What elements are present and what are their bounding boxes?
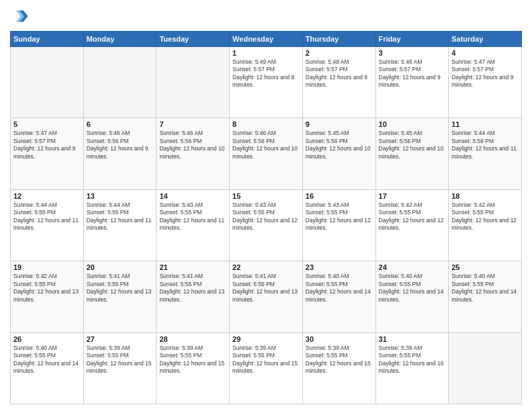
header	[10, 7, 522, 26]
calendar-cell: 24Sunrise: 5:40 AMSunset: 5:55 PMDayligh…	[375, 261, 449, 332]
day-info: Sunrise: 5:44 AMSunset: 5:55 PMDaylight:…	[87, 201, 154, 232]
day-info: Sunrise: 5:43 AMSunset: 5:55 PMDaylight:…	[159, 201, 226, 232]
day-info: Sunrise: 5:45 AMSunset: 5:56 PMDaylight:…	[379, 130, 446, 161]
calendar-cell: 20Sunrise: 5:41 AMSunset: 5:55 PMDayligh…	[83, 261, 157, 332]
calendar-cell: 8Sunrise: 5:46 AMSunset: 5:56 PMDaylight…	[230, 118, 303, 189]
calendar-cell: 9Sunrise: 5:45 AMSunset: 5:56 PMDaylight…	[302, 118, 375, 189]
weekday-header: Monday	[83, 32, 157, 47]
calendar-cell: 25Sunrise: 5:40 AMSunset: 5:55 PMDayligh…	[449, 261, 522, 332]
calendar-cell	[11, 47, 84, 118]
calendar-cell: 4Sunrise: 5:47 AMSunset: 5:57 PMDaylight…	[449, 47, 522, 118]
day-number: 3	[379, 49, 446, 57]
calendar-cell: 26Sunrise: 5:40 AMSunset: 5:55 PMDayligh…	[11, 332, 84, 404]
weekday-header: Saturday	[449, 32, 522, 47]
day-number: 2	[306, 49, 373, 57]
calendar-cell: 13Sunrise: 5:44 AMSunset: 5:55 PMDayligh…	[83, 189, 157, 261]
calendar-cell: 21Sunrise: 5:41 AMSunset: 5:55 PMDayligh…	[157, 261, 230, 332]
day-info: Sunrise: 5:43 AMSunset: 5:55 PMDaylight:…	[306, 201, 373, 232]
day-info: Sunrise: 5:41 AMSunset: 5:55 PMDaylight:…	[159, 273, 226, 304]
calendar-cell	[157, 47, 230, 118]
day-info: Sunrise: 5:43 AMSunset: 5:55 PMDaylight:…	[232, 201, 300, 232]
calendar-cell: 6Sunrise: 5:46 AMSunset: 5:56 PMDaylight…	[83, 118, 157, 189]
day-number: 30	[306, 335, 373, 343]
day-number: 5	[13, 120, 81, 128]
day-info: Sunrise: 5:42 AMSunset: 5:55 PMDaylight:…	[13, 273, 81, 304]
day-number: 29	[232, 335, 300, 343]
page: SundayMondayTuesdayWednesdayThursdayFrid…	[0, 0, 532, 411]
calendar-cell: 18Sunrise: 5:42 AMSunset: 5:55 PMDayligh…	[449, 189, 522, 261]
calendar-cell: 30Sunrise: 5:39 AMSunset: 5:55 PMDayligh…	[302, 332, 375, 404]
day-info: Sunrise: 5:44 AMSunset: 5:55 PMDaylight:…	[13, 201, 81, 232]
day-info: Sunrise: 5:44 AMSunset: 5:56 PMDaylight:…	[451, 130, 519, 161]
calendar-cell: 7Sunrise: 5:46 AMSunset: 5:56 PMDaylight…	[157, 118, 230, 189]
day-info: Sunrise: 5:40 AMSunset: 5:55 PMDaylight:…	[379, 273, 446, 304]
day-number: 17	[379, 192, 446, 200]
calendar-cell: 11Sunrise: 5:44 AMSunset: 5:56 PMDayligh…	[449, 118, 522, 189]
calendar-cell	[449, 332, 522, 404]
day-info: Sunrise: 5:47 AMSunset: 5:57 PMDaylight:…	[451, 58, 519, 89]
day-number: 23	[306, 263, 373, 271]
day-info: Sunrise: 5:39 AMSunset: 5:55 PMDaylight:…	[232, 345, 300, 375]
day-info: Sunrise: 5:46 AMSunset: 5:56 PMDaylight:…	[232, 130, 300, 161]
calendar-cell: 16Sunrise: 5:43 AMSunset: 5:55 PMDayligh…	[302, 189, 375, 261]
day-number: 18	[451, 192, 519, 200]
day-number: 31	[379, 335, 446, 343]
day-info: Sunrise: 5:42 AMSunset: 5:55 PMDaylight:…	[451, 201, 519, 232]
day-number: 12	[13, 192, 81, 200]
calendar-cell: 1Sunrise: 5:49 AMSunset: 5:57 PMDaylight…	[230, 47, 303, 118]
day-info: Sunrise: 5:46 AMSunset: 5:56 PMDaylight:…	[159, 130, 226, 161]
day-number: 8	[232, 120, 300, 128]
calendar-cell: 14Sunrise: 5:43 AMSunset: 5:55 PMDayligh…	[157, 189, 230, 261]
day-number: 11	[451, 120, 519, 128]
weekday-header: Sunday	[11, 32, 84, 47]
day-info: Sunrise: 5:49 AMSunset: 5:57 PMDaylight:…	[232, 58, 300, 89]
day-info: Sunrise: 5:46 AMSunset: 5:56 PMDaylight:…	[87, 130, 154, 161]
day-number: 16	[306, 192, 373, 200]
day-number: 4	[451, 49, 519, 57]
day-info: Sunrise: 5:40 AMSunset: 5:55 PMDaylight:…	[451, 273, 519, 304]
calendar-cell: 31Sunrise: 5:39 AMSunset: 5:55 PMDayligh…	[375, 332, 449, 404]
calendar-cell: 27Sunrise: 5:39 AMSunset: 5:55 PMDayligh…	[83, 332, 157, 404]
day-info: Sunrise: 5:39 AMSunset: 5:55 PMDaylight:…	[159, 345, 226, 375]
day-number: 21	[159, 263, 226, 271]
day-info: Sunrise: 5:45 AMSunset: 5:56 PMDaylight:…	[306, 130, 373, 161]
calendar-cell: 2Sunrise: 5:48 AMSunset: 5:57 PMDaylight…	[302, 47, 375, 118]
day-number: 15	[232, 192, 300, 200]
calendar-cell: 19Sunrise: 5:42 AMSunset: 5:55 PMDayligh…	[11, 261, 84, 332]
weekday-header: Tuesday	[157, 32, 230, 47]
day-info: Sunrise: 5:41 AMSunset: 5:55 PMDaylight:…	[87, 273, 154, 304]
day-number: 20	[87, 263, 154, 271]
day-info: Sunrise: 5:47 AMSunset: 5:57 PMDaylight:…	[13, 130, 81, 161]
day-number: 14	[159, 192, 226, 200]
day-number: 10	[379, 120, 446, 128]
calendar-cell: 15Sunrise: 5:43 AMSunset: 5:55 PMDayligh…	[230, 189, 303, 261]
day-info: Sunrise: 5:42 AMSunset: 5:55 PMDaylight:…	[379, 201, 446, 232]
calendar-cell: 5Sunrise: 5:47 AMSunset: 5:57 PMDaylight…	[11, 118, 84, 189]
day-info: Sunrise: 5:40 AMSunset: 5:55 PMDaylight:…	[13, 345, 81, 375]
day-info: Sunrise: 5:41 AMSunset: 5:55 PMDaylight:…	[232, 273, 300, 304]
day-number: 7	[159, 120, 226, 128]
calendar-cell: 28Sunrise: 5:39 AMSunset: 5:55 PMDayligh…	[157, 332, 230, 404]
calendar-cell: 12Sunrise: 5:44 AMSunset: 5:55 PMDayligh…	[11, 189, 84, 261]
calendar-cell: 17Sunrise: 5:42 AMSunset: 5:55 PMDayligh…	[375, 189, 449, 261]
calendar-cell: 10Sunrise: 5:45 AMSunset: 5:56 PMDayligh…	[375, 118, 449, 189]
day-number: 6	[87, 120, 154, 128]
day-number: 24	[379, 263, 446, 271]
weekday-header: Wednesday	[230, 32, 303, 47]
weekday-header: Friday	[375, 32, 449, 47]
calendar-cell	[83, 47, 157, 118]
day-number: 25	[451, 263, 519, 271]
day-number: 9	[306, 120, 373, 128]
day-info: Sunrise: 5:40 AMSunset: 5:55 PMDaylight:…	[306, 273, 373, 304]
day-info: Sunrise: 5:39 AMSunset: 5:55 PMDaylight:…	[306, 345, 373, 375]
day-number: 19	[13, 263, 81, 271]
day-info: Sunrise: 5:48 AMSunset: 5:57 PMDaylight:…	[379, 58, 446, 89]
day-number: 28	[159, 335, 226, 343]
day-number: 13	[87, 192, 154, 200]
day-number: 1	[232, 49, 300, 57]
calendar-cell: 3Sunrise: 5:48 AMSunset: 5:57 PMDaylight…	[375, 47, 449, 118]
day-info: Sunrise: 5:48 AMSunset: 5:57 PMDaylight:…	[306, 58, 373, 89]
day-info: Sunrise: 5:39 AMSunset: 5:55 PMDaylight:…	[87, 345, 154, 375]
logo	[10, 7, 32, 26]
weekday-header: Thursday	[302, 32, 375, 47]
